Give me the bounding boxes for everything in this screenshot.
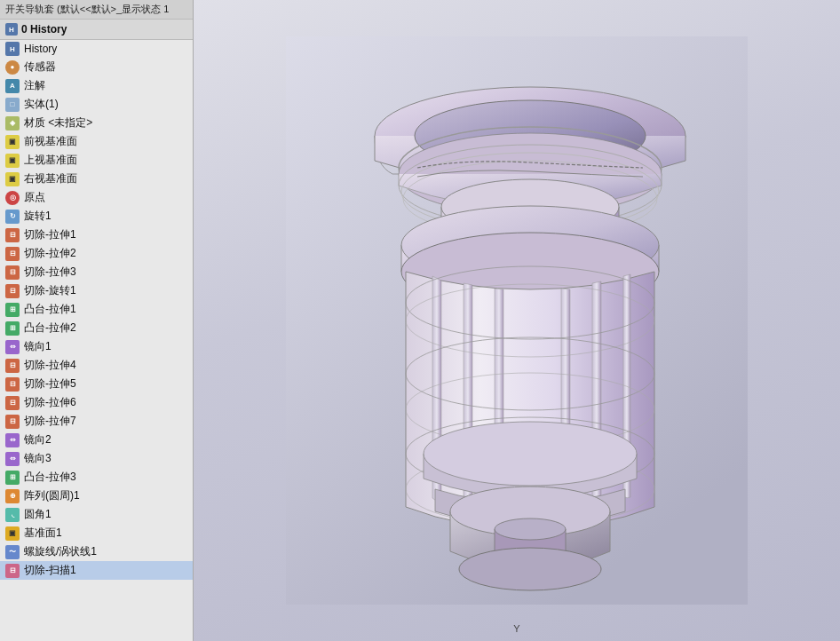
sidebar-item-label: 螺旋线/涡状线1 — [24, 544, 97, 559]
sensor-icon: ● — [5, 60, 20, 75]
cut-icon: ⊟ — [5, 284, 20, 298]
material-icon: ◈ — [5, 116, 20, 131]
sidebar-item-label: 传感器 — [24, 59, 56, 75]
cut-icon: ⊟ — [5, 396, 20, 410]
sidebar-item-sensor[interactable]: ●传感器 — [0, 58, 193, 76]
sidebar-item-cut-sweep1[interactable]: ⊟切除-扫描1 — [0, 561, 193, 580]
sidebar-item-label: 切除-拉伸3 — [24, 265, 76, 280]
sidebar-item-label: 阵列(圆周)1 — [24, 488, 80, 503]
sidebar-item-label: 凸台-拉伸3 — [24, 470, 76, 485]
sidebar-item-label: 凸台-拉伸1 — [24, 302, 76, 317]
sidebar-item-cut-revolve1[interactable]: ⊟切除-旋转1 — [0, 281, 193, 300]
sidebar-item-cut-extrude2[interactable]: ⊟切除-拉伸2 — [0, 244, 193, 263]
history-icon: H — [5, 42, 20, 56]
sidebar-item-cut-extrude6[interactable]: ⊟切除-拉伸6 — [0, 393, 193, 412]
coordinate-indicator: Y — [513, 623, 519, 634]
cut-icon: ⊟ — [5, 359, 20, 373]
mirror-icon: ⇔ — [5, 452, 20, 466]
helix-icon: 〜 — [5, 545, 20, 559]
sidebar-item-label: 实体(1) — [24, 97, 59, 112]
sidebar-item-label: 基准面1 — [24, 526, 62, 541]
sidebar-item-label: 右视基准面 — [24, 171, 77, 186]
sidebar-item-boss-extrude3[interactable]: ⊞凸台-拉伸3 — [0, 468, 193, 487]
origin-icon: ◎ — [5, 191, 20, 205]
svg-point-21 — [459, 548, 601, 590]
plane-icon: ▣ — [5, 135, 20, 149]
sidebar-item-refplane1[interactable]: ▣基准面1 — [0, 524, 193, 542]
sidebar-item-fillet1[interactable]: ◟圆角1 — [0, 505, 193, 524]
sidebar-item-label: 切除-拉伸7 — [24, 414, 76, 429]
sidebar-item-cut-extrude5[interactable]: ⊟切除-拉伸5 — [0, 375, 193, 393]
sidebar-item-right-plane[interactable]: ▣右视基准面 — [0, 170, 193, 188]
cut-icon: ⊟ — [5, 415, 20, 429]
sweep-icon: ⊟ — [5, 564, 20, 578]
ref-plane-icon: ▣ — [5, 526, 20, 541]
sidebar-item-cut-extrude3[interactable]: ⊟切除-拉伸3 — [0, 263, 193, 281]
sidebar-item-history[interactable]: HHistory — [0, 40, 193, 58]
sidebar-item-label: History — [24, 43, 57, 55]
sidebar-item-label: 切除-拉伸4 — [24, 358, 76, 373]
sidebar-item-mirror3[interactable]: ⇔镜向3 — [0, 449, 193, 468]
sidebar-item-label: 切除-拉伸1 — [24, 227, 76, 242]
boss-icon: ⊞ — [5, 471, 20, 485]
sidebar-item-boss-extrude1[interactable]: ⊞凸台-拉伸1 — [0, 300, 193, 319]
mirror-icon: ⇔ — [5, 340, 20, 354]
sidebar-item-label: 镜向3 — [24, 451, 52, 466]
sidebar-item-helix1[interactable]: 〜螺旋线/涡状线1 — [0, 542, 193, 561]
sidebar-item-cut-extrude7[interactable]: ⊟切除-拉伸7 — [0, 412, 193, 431]
cut-icon: ⊟ — [5, 377, 20, 392]
note-icon: A — [5, 79, 20, 93]
mirror-icon: ⇔ — [5, 433, 20, 447]
cut-icon: ⊟ — [5, 228, 20, 242]
boss-icon: ⊞ — [5, 303, 20, 317]
svg-point-20 — [495, 518, 566, 540]
sidebar-item-label: 旋转1 — [24, 209, 52, 224]
sidebar-item-label: 圆角1 — [24, 507, 52, 522]
sidebar-item-label: 原点 — [24, 190, 45, 205]
cut-icon: ⊟ — [5, 265, 20, 280]
solid-icon: □ — [5, 98, 20, 112]
sidebar-item-boss-extrude2[interactable]: ⊞凸台-拉伸2 — [0, 319, 193, 337]
sidebar-item-label: 切除-扫描1 — [24, 563, 76, 578]
boss-icon: ⊞ — [5, 321, 20, 336]
sidebar-item-origin[interactable]: ◎原点 — [0, 188, 193, 207]
sidebar-item-cut-extrude1[interactable]: ⊟切除-拉伸1 — [0, 226, 193, 244]
plane-icon: ▣ — [5, 154, 20, 168]
sidebar-item-label: 切除-旋转1 — [24, 283, 76, 298]
3d-model-svg — [286, 36, 748, 605]
sidebar-item-label: 切除-拉伸5 — [24, 376, 76, 392]
sidebar-item-label: 切除-拉伸2 — [24, 246, 76, 261]
part-title: 开关导轨套 (默认<<默认>_显示状态 1 — [0, 0, 193, 20]
3d-viewport[interactable]: Y — [194, 0, 840, 641]
plane-icon: ▣ — [5, 172, 20, 186]
sidebar-item-cut-extrude4[interactable]: ⊟切除-拉伸4 — [0, 356, 193, 375]
feature-tree-sidebar: 开关导轨套 (默认<<默认>_显示状态 1 H 0 History HHisto… — [0, 0, 194, 641]
sidebar-item-label: 材质 <未指定> — [24, 115, 92, 131]
svg-point-18 — [424, 422, 637, 486]
sidebar-item-mirror1[interactable]: ⇔镜向1 — [0, 337, 193, 356]
sidebar-item-front-plane[interactable]: ▣前视基准面 — [0, 132, 193, 151]
fillet-icon: ◟ — [5, 508, 20, 522]
sidebar-item-label: 前视基准面 — [24, 134, 77, 149]
cut-icon: ⊟ — [5, 247, 20, 261]
sidebar-item-label: 上视基准面 — [24, 153, 77, 168]
feature-list: HHistory●传感器A注解□实体(1)◈材质 <未指定>▣前视基准面▣上视基… — [0, 40, 193, 641]
sidebar-item-top-plane[interactable]: ▣上视基准面 — [0, 151, 193, 170]
sidebar-item-label: 切除-拉伸6 — [24, 395, 76, 410]
history-label[interactable]: H 0 History — [0, 20, 193, 40]
sidebar-item-label: 凸台-拉伸2 — [24, 320, 76, 336]
sidebar-item-label: 镜向1 — [24, 339, 52, 354]
sidebar-item-pattern1[interactable]: ⊕阵列(圆周)1 — [0, 487, 193, 505]
sidebar-item-material[interactable]: ◈材质 <未指定> — [0, 114, 193, 132]
sidebar-item-note[interactable]: A注解 — [0, 76, 193, 95]
sidebar-item-label: 注解 — [24, 78, 45, 93]
sidebar-item-label: 镜向2 — [24, 432, 52, 447]
sidebar-item-revolve1[interactable]: ↻旋转1 — [0, 207, 193, 226]
sidebar-item-solid[interactable]: □实体(1) — [0, 95, 193, 114]
revolve-icon: ↻ — [5, 210, 20, 224]
model-view — [194, 0, 840, 641]
sidebar-item-mirror2[interactable]: ⇔镜向2 — [0, 431, 193, 449]
history-icon: H — [5, 23, 18, 36]
pattern-icon: ⊕ — [5, 489, 20, 503]
